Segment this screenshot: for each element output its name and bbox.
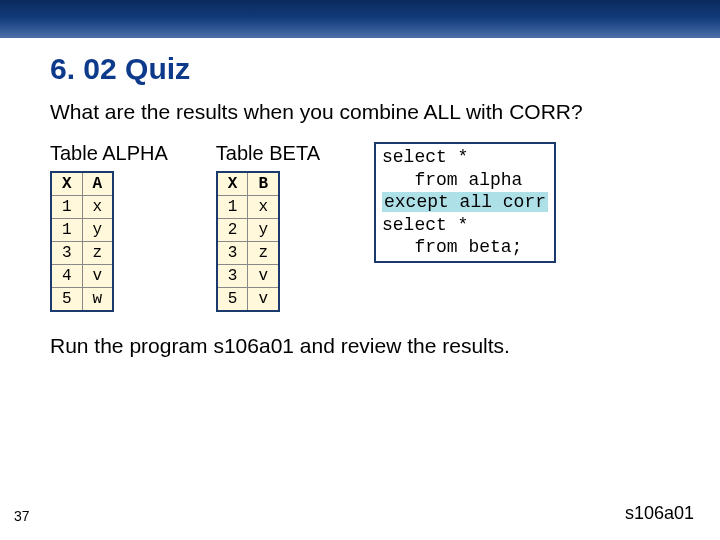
code-line-highlight: except all corr: [382, 192, 548, 212]
table-alpha: X A 1x 1y 3z 4v 5w: [50, 171, 114, 312]
cell: v: [248, 265, 279, 288]
cell: 5: [51, 288, 82, 312]
table-row: 1x: [217, 196, 279, 219]
cell: v: [248, 288, 279, 312]
table-beta: X B 1x 2y 3z 3v 5v: [216, 171, 280, 312]
table-beta-block: Table BETA X B 1x 2y 3z 3v 5v: [216, 142, 320, 312]
run-note: Run the program s106a01 and review the r…: [50, 334, 720, 358]
slide-title: 6. 02 Quiz: [50, 52, 720, 86]
table-row: 3z: [217, 242, 279, 265]
table-beta-caption: Table BETA: [216, 142, 320, 165]
table-alpha-caption: Table ALPHA: [50, 142, 168, 165]
question-text: What are the results when you combine AL…: [50, 100, 720, 124]
cell: y: [82, 219, 113, 242]
col-header: B: [248, 172, 279, 196]
page-number: 37: [14, 508, 30, 524]
cell: z: [248, 242, 279, 265]
cell: x: [248, 196, 279, 219]
cell: 3: [217, 265, 248, 288]
code-line: from beta;: [382, 237, 522, 257]
table-header-row: X A: [51, 172, 113, 196]
cell: 4: [51, 265, 82, 288]
col-header: X: [51, 172, 82, 196]
table-alpha-block: Table ALPHA X A 1x 1y 3z 4v 5w: [50, 142, 168, 312]
cell: 3: [51, 242, 82, 265]
code-line: select *: [382, 147, 468, 167]
header-bar: [0, 0, 720, 38]
code-line: select *: [382, 215, 468, 235]
sql-code-block: select * from alpha except all corr sele…: [374, 142, 556, 263]
cell: 1: [51, 219, 82, 242]
cell: w: [82, 288, 113, 312]
code-line: from alpha: [382, 170, 522, 190]
col-header: A: [82, 172, 113, 196]
cell: 2: [217, 219, 248, 242]
cell: 1: [51, 196, 82, 219]
table-row: 3v: [217, 265, 279, 288]
table-row: 5v: [217, 288, 279, 312]
table-row: 2y: [217, 219, 279, 242]
cell: 1: [217, 196, 248, 219]
cell: 5: [217, 288, 248, 312]
cell: y: [248, 219, 279, 242]
content-row: Table ALPHA X A 1x 1y 3z 4v 5w Table BET…: [50, 142, 720, 312]
cell: 3: [217, 242, 248, 265]
cell: z: [82, 242, 113, 265]
filename-label: s106a01: [625, 503, 694, 524]
table-row: 1y: [51, 219, 113, 242]
table-row: 4v: [51, 265, 113, 288]
table-header-row: X B: [217, 172, 279, 196]
table-row: 1x: [51, 196, 113, 219]
col-header: X: [217, 172, 248, 196]
table-row: 3z: [51, 242, 113, 265]
table-row: 5w: [51, 288, 113, 312]
cell: v: [82, 265, 113, 288]
cell: x: [82, 196, 113, 219]
